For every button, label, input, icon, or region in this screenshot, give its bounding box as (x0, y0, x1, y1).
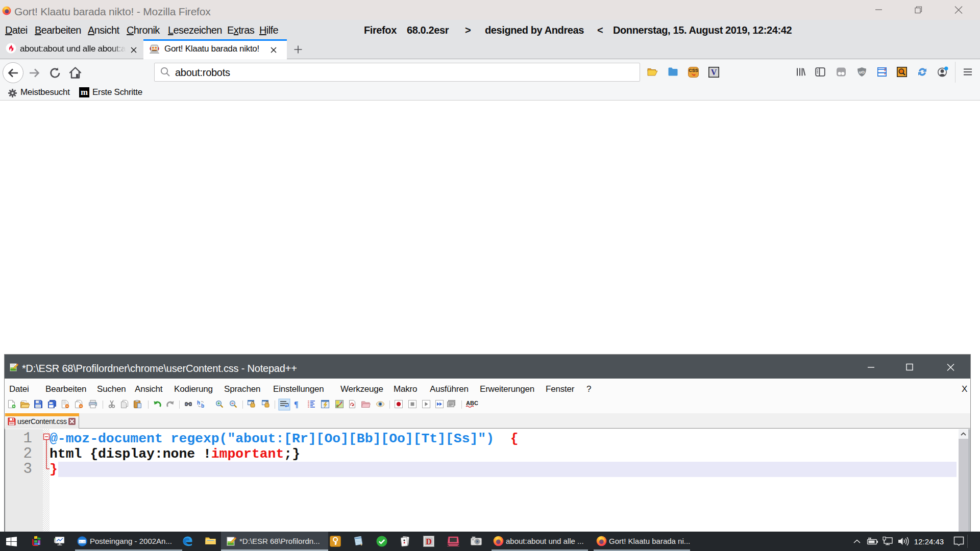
svg-text:ABC: ABC (466, 400, 478, 406)
svg-text:uO: uO (859, 70, 865, 74)
svg-text:D: D (426, 537, 432, 546)
svg-text:h: h (197, 400, 200, 406)
svg-text:b: b (201, 403, 204, 409)
svg-text:V: V (711, 68, 717, 77)
svg-text:CSS: CSS (689, 68, 698, 73)
svg-text:¶: ¶ (294, 400, 299, 409)
